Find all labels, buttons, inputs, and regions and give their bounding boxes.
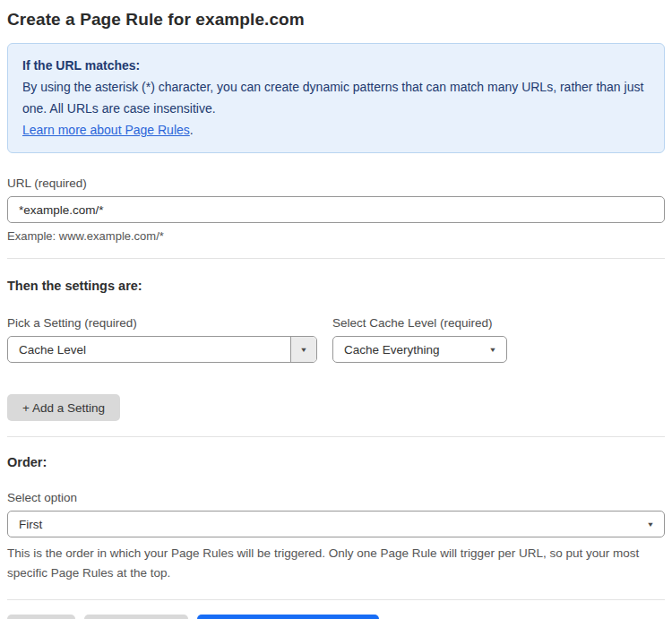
- settings-row: Pick a Setting (required) Cache Level ▼ …: [7, 316, 665, 363]
- settings-section-heading: Then the settings are:: [7, 279, 665, 293]
- add-setting-button[interactable]: + Add a Setting: [7, 394, 120, 421]
- save-and-deploy-button[interactable]: Save and Deploy Page Rule: [197, 615, 380, 619]
- url-match-info-box: If the URL matches: By using the asteris…: [7, 43, 665, 153]
- cache-level-value: Cache Everything: [333, 337, 479, 362]
- order-helper-text: This is the order in which your Page Rul…: [7, 544, 665, 583]
- create-page-rule-form: Create a Page Rule for example.com If th…: [0, 0, 672, 619]
- setting-picker-column: Pick a Setting (required) Cache Level ▼: [7, 316, 317, 363]
- divider: [7, 258, 665, 259]
- setting-picker-label: Pick a Setting (required): [7, 316, 317, 330]
- order-select-label: Select option: [7, 491, 665, 504]
- url-field-label: URL (required): [7, 176, 665, 190]
- cache-level-arrow: ▼: [479, 337, 506, 362]
- footer-actions: Cancel Save as Draft Save and Deploy Pag…: [7, 615, 665, 619]
- setting-picker-dropdown[interactable]: Cache Level ▼: [7, 336, 317, 363]
- divider: [7, 436, 665, 437]
- url-input[interactable]: [7, 196, 665, 223]
- info-box-link-line: Learn more about Page Rules.: [22, 119, 650, 141]
- cache-level-column: Select Cache Level (required) Cache Ever…: [332, 316, 507, 363]
- setting-picker-value: Cache Level: [8, 337, 290, 362]
- setting-picker-arrow-button[interactable]: ▼: [290, 337, 316, 362]
- order-select-arrow: ▼: [637, 512, 664, 537]
- save-as-draft-button[interactable]: Save as Draft: [84, 615, 188, 619]
- learn-more-link[interactable]: Learn more about Page Rules: [22, 123, 190, 137]
- chevron-down-icon: ▼: [489, 346, 497, 353]
- cache-level-dropdown[interactable]: Cache Everything ▼: [332, 336, 507, 363]
- page-title: Create a Page Rule for example.com: [7, 10, 665, 30]
- order-select-value: First: [8, 512, 637, 537]
- order-select-dropdown[interactable]: First ▼: [7, 511, 665, 537]
- cancel-button[interactable]: Cancel: [7, 615, 75, 619]
- order-section-heading: Order:: [7, 455, 665, 469]
- divider: [7, 599, 665, 600]
- info-box-heading: If the URL matches:: [22, 55, 650, 76]
- link-suffix: .: [190, 123, 194, 137]
- chevron-down-icon: ▼: [647, 520, 655, 528]
- url-example-helper: Example: www.example.com/*: [7, 229, 665, 243]
- cache-level-label: Select Cache Level (required): [332, 316, 507, 330]
- info-box-body: By using the asterisk (*) character, you…: [22, 76, 650, 119]
- chevron-down-icon: ▼: [300, 346, 308, 353]
